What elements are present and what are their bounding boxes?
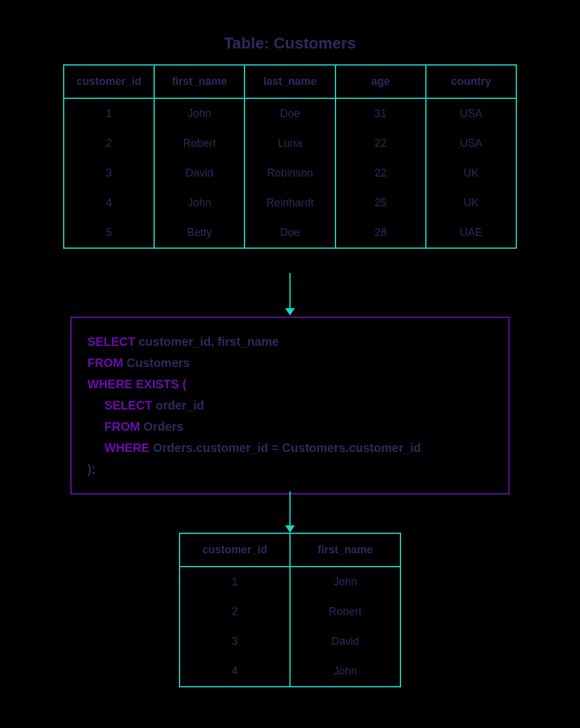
table-row: 4 John — [180, 656, 400, 686]
table-row: 2 Robert Luna 22 USA — [64, 129, 516, 158]
col-header: first_name — [153, 66, 244, 99]
arrow-down-icon — [285, 491, 295, 533]
sql-line: SELECT order_id — [87, 395, 493, 416]
sql-text: order_id — [152, 399, 204, 412]
sql-line: ); — [87, 459, 493, 480]
cell: 2 — [180, 597, 289, 627]
cell: 4 — [64, 188, 153, 218]
cell: 22 — [335, 129, 425, 158]
table-row: 3 David Robinson 22 UK — [64, 158, 516, 188]
cell: John — [289, 567, 400, 597]
sql-keyword: FROM — [104, 420, 140, 433]
cell: 2 — [64, 129, 153, 158]
cell: John — [153, 99, 244, 129]
cell: 25 — [335, 188, 425, 218]
cell: 1 — [180, 567, 289, 597]
col-header: first_name — [289, 534, 400, 567]
table-row: 2 Robert — [180, 597, 400, 627]
cell: USA — [425, 99, 516, 129]
cell: Reinhardt — [244, 188, 334, 218]
cell: 3 — [180, 627, 289, 656]
cell: 28 — [335, 218, 425, 248]
cell: 22 — [335, 158, 425, 188]
cell: USA — [425, 129, 516, 158]
sql-line: WHERE Orders.customer_id = Customers.cus… — [87, 437, 493, 459]
result-table: customer_id first_name 1 John 2 Robert 3… — [179, 533, 401, 687]
cell: Luna — [244, 129, 334, 158]
cell: 4 — [180, 656, 289, 686]
cell: 1 — [64, 99, 153, 129]
sql-keyword: WHERE EXISTS ( — [87, 377, 186, 391]
cell: Robert — [153, 129, 244, 158]
sql-text: Orders.customer_id = Customers.customer_… — [149, 441, 420, 454]
cell: Robert — [289, 597, 400, 627]
table-row: 1 John Doe 31 USA — [64, 99, 516, 129]
cell: Doe — [244, 99, 334, 129]
cell: Betty — [153, 218, 244, 248]
sql-line: FROM Customers — [87, 352, 493, 374]
sql-keyword: WHERE — [104, 441, 149, 454]
diagram-title: Table: Customers — [0, 34, 580, 53]
cell: 3 — [64, 158, 153, 188]
table-row: 3 David — [180, 627, 400, 656]
sql-line: WHERE EXISTS ( — [87, 374, 493, 395]
sql-line: FROM Orders — [87, 416, 493, 437]
customers-header-row: customer_id first_name last_name age cou… — [64, 66, 516, 99]
sql-keyword: SELECT — [104, 399, 152, 412]
col-header: age — [335, 66, 425, 99]
cell: UK — [425, 188, 516, 218]
table-row: 1 John — [180, 567, 400, 597]
cell: Doe — [244, 218, 334, 248]
col-header: customer_id — [180, 534, 289, 567]
cell: Robinson — [244, 158, 334, 188]
result-header-row: customer_id first_name — [180, 534, 400, 567]
cell: 31 — [335, 99, 425, 129]
cell: John — [289, 656, 400, 686]
cell: UK — [425, 158, 516, 188]
arrow-down-icon — [285, 273, 295, 315]
col-header: last_name — [244, 66, 334, 99]
table-row: 4 John Reinhardt 25 UK — [64, 188, 516, 218]
table-row: 5 Betty Doe 28 UAE — [64, 218, 516, 248]
cell: David — [153, 158, 244, 188]
col-header: customer_id — [64, 66, 153, 99]
sql-text: customer_id, first_name — [135, 335, 279, 348]
sql-keyword: FROM — [87, 356, 123, 369]
sql-line: SELECT customer_id, first_name — [87, 331, 493, 352]
cell: David — [289, 627, 400, 656]
sql-text: Orders — [140, 420, 183, 433]
cell: 5 — [64, 218, 153, 248]
sql-text: Customers — [123, 356, 190, 369]
customers-table: customer_id first_name last_name age cou… — [63, 64, 517, 249]
cell: UAE — [425, 218, 516, 248]
sql-text: ); — [87, 462, 95, 476]
cell: John — [153, 188, 244, 218]
col-header: country — [425, 66, 516, 99]
sql-query-box: SELECT customer_id, first_name FROM Cust… — [70, 317, 510, 494]
sql-keyword: SELECT — [87, 335, 135, 348]
